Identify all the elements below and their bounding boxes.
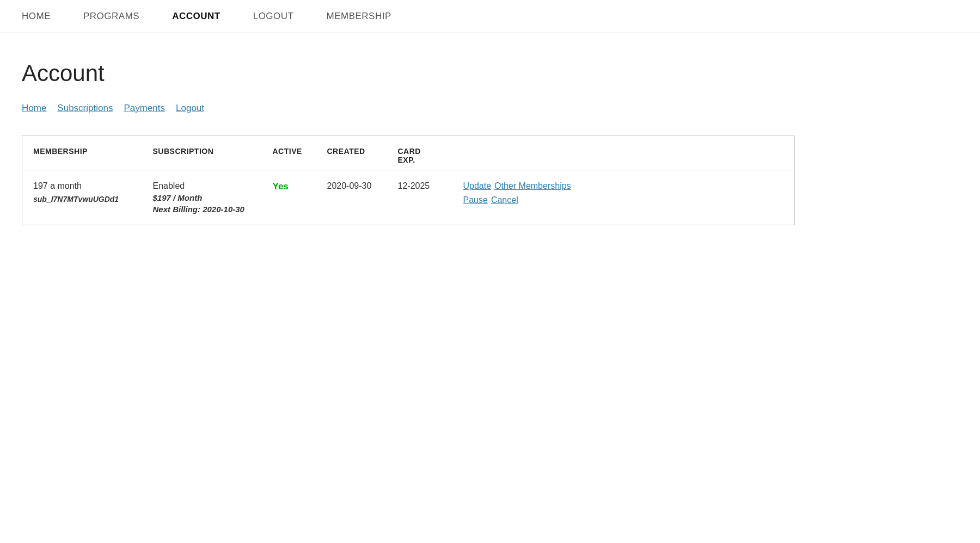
main-content: Account Home Subscriptions Payments Logo… [0,33,817,252]
action-cancel[interactable]: Cancel [491,195,518,205]
subnav-logout[interactable]: Logout [176,103,204,114]
sub-navigation: Home Subscriptions Payments Logout [22,103,795,114]
nav-programs[interactable]: PROGRAMS [83,11,139,22]
cell-subscription: Enabled $197 / Month Next Billing: 2020-… [142,170,262,225]
header-actions [452,136,795,170]
nav-account[interactable]: ACCOUNT [172,11,220,22]
active-status: Yes [273,181,289,192]
page-title: Account [22,60,795,87]
subnav-subscriptions[interactable]: Subscriptions [57,103,113,114]
header-subscription: SUBSCRIPTION [142,136,262,170]
cell-created: 2020-09-30 [316,170,387,225]
table-row: 197 a month sub_I7N7MTvwuUGDd1 Enabled $… [22,170,795,225]
membership-name: 197 a month [33,181,131,191]
cell-membership: 197 a month sub_I7N7MTvwuUGDd1 [22,170,142,225]
nav-home[interactable]: HOME [22,11,51,22]
header-created: CREATED [316,136,387,170]
top-navigation: HOME PROGRAMS ACCOUNT LOGOUT MEMBERSHIP [0,0,980,33]
header-membership: MEMBERSHIP [22,136,142,170]
action-links: Update Other Memberships Pause Cancel [463,181,784,205]
subscription-price: $197 / Month [153,193,251,202]
header-card-exp: CARDEXP. [387,136,452,170]
action-other-memberships[interactable]: Other Memberships [494,181,571,191]
subnav-payments[interactable]: Payments [124,103,165,114]
cell-active: Yes [262,170,316,225]
cell-actions: Update Other Memberships Pause Cancel [452,170,795,225]
subscription-status: Enabled [153,181,251,191]
nav-membership[interactable]: MEMBERSHIP [326,11,391,22]
header-active: ACTIVE [262,136,316,170]
nav-logout[interactable]: LOGOUT [253,11,294,22]
action-pause[interactable]: Pause [463,195,488,205]
subnav-home[interactable]: Home [22,103,46,114]
subscriptions-table: MEMBERSHIP SUBSCRIPTION ACTIVE CREATED C… [22,135,795,225]
membership-subscription-id: sub_I7N7MTvwuUGDd1 [33,195,119,203]
action-links-row-1: Update Other Memberships [463,181,784,191]
action-links-row-2: Pause Cancel [463,195,784,205]
action-update[interactable]: Update [463,181,492,191]
cell-card-exp: 12-2025 [387,170,452,225]
subscription-billing: Next Billing: 2020-10-30 [153,205,251,214]
